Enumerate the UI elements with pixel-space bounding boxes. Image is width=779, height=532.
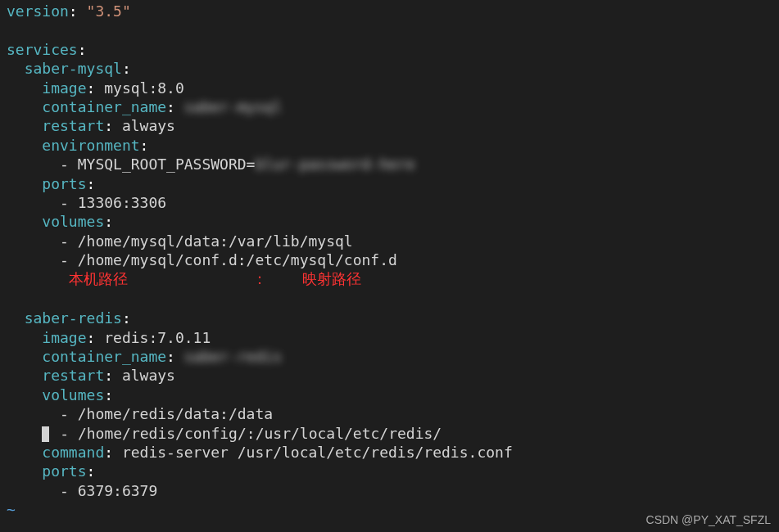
env-var: MYSQL_ROOT_PASSWORD=	[78, 156, 256, 173]
yaml-key: environment	[42, 137, 139, 154]
yaml-line: restart: always	[7, 116, 772, 135]
yaml-line: environment:	[7, 136, 772, 155]
yaml-line: restart: always	[7, 366, 772, 385]
yaml-key: volumes	[42, 386, 104, 404]
yaml-key: image	[42, 329, 86, 346]
yaml-line: - MYSQL_ROOT_PASSWORD=blur-password-here	[7, 155, 772, 174]
yaml-line: saber-redis:	[7, 309, 772, 327]
yaml-key: version	[7, 2, 69, 20]
yaml-line: saber-mysql:	[7, 59, 772, 78]
watermark: CSDN @PY_XAT_SFZL	[646, 512, 771, 527]
port-mapping: 6379:6379	[78, 482, 158, 499]
yaml-key: image	[42, 79, 86, 97]
yaml-key: services	[7, 41, 78, 58]
cursor-block	[42, 426, 49, 442]
yaml-key: ports	[42, 175, 86, 192]
yaml-line: volumes:	[7, 385, 772, 404]
yaml-key: restart	[42, 117, 104, 134]
service-name: saber-redis	[25, 309, 122, 327]
annotation-mapped-path: 映射路径	[302, 271, 361, 287]
redacted-container-name: saber-mysql	[184, 98, 282, 115]
yaml-key: command	[42, 444, 104, 461]
yaml-key: container_name	[42, 348, 166, 365]
yaml-version-value: "3.5"	[87, 2, 131, 20]
vim-tilde: ~	[7, 501, 16, 518]
yaml-line	[7, 20, 772, 39]
yaml-line: - 6379:6379	[7, 481, 772, 500]
yaml-line: command: redis-server /usr/local/etc/red…	[7, 443, 772, 462]
yaml-line: image: redis:7.0.11	[7, 328, 772, 347]
port-mapping: 13306:3306	[78, 194, 166, 211]
yaml-line: volumes:	[7, 212, 772, 231]
volume-mapping: /home/redis/data:/data	[78, 405, 273, 422]
yaml-line: - /home/mysql/data:/var/lib/mysql	[7, 232, 772, 250]
yaml-line: image: mysql:8.0	[7, 79, 772, 97]
yaml-value: mysql:8.0	[104, 79, 184, 97]
annotation-colon: ：	[252, 271, 267, 287]
yaml-line: version: "3.5"	[7, 2, 772, 20]
yaml-line: ports:	[7, 462, 772, 480]
yaml-key: restart	[42, 367, 104, 384]
yaml-line: - /home/redis/data:/data	[7, 404, 772, 423]
yaml-line: ports:	[7, 174, 772, 193]
yaml-line	[7, 290, 772, 309]
volume-mapping: /home/mysql/conf.d:/etc/mysql/conf.d	[78, 251, 397, 268]
volume-mapping: /home/redis/config/:/usr/local/etc/redis…	[78, 425, 442, 442]
yaml-line: container_name: saber-redis	[7, 347, 772, 366]
yaml-line: - 13306:3306	[7, 193, 772, 212]
yaml-value: always	[122, 117, 175, 134]
yaml-line: services:	[7, 40, 772, 59]
yaml-key: volumes	[42, 213, 104, 230]
annotation-line: 本机路径 ： 映射路径	[7, 269, 772, 289]
yaml-value: redis:7.0.11	[104, 329, 211, 346]
annotation-local-path: 本机路径	[69, 271, 128, 287]
yaml-key: ports	[42, 462, 86, 480]
yaml-value: always	[122, 367, 175, 384]
yaml-value: redis-server /usr/local/etc/redis/redis.…	[122, 444, 513, 461]
yaml-line: - /home/redis/config/:/usr/local/etc/red…	[7, 424, 772, 443]
service-name: saber-mysql	[25, 60, 122, 77]
yaml-line: container_name: saber-mysql	[7, 97, 772, 116]
yaml-key: container_name	[42, 98, 166, 115]
redacted-password: blur-password-here	[255, 156, 414, 173]
redacted-container-name: saber-redis	[184, 348, 282, 365]
yaml-line: - /home/mysql/conf.d:/etc/mysql/conf.d	[7, 250, 772, 269]
volume-mapping: /home/mysql/data:/var/lib/mysql	[78, 232, 353, 250]
code-editor: version: "3.5" services: saber-mysql: im…	[0, 0, 779, 521]
